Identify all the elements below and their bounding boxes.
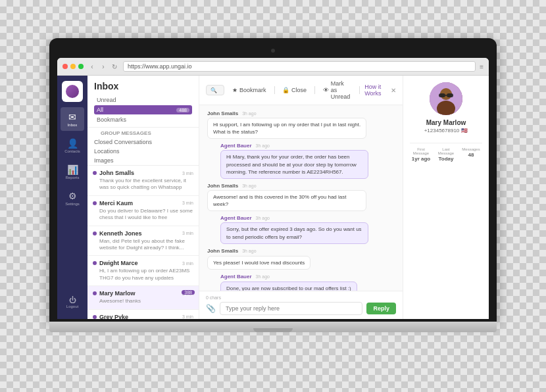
contact-divider bbox=[410, 143, 482, 143]
url-text: https://www.app.ungai.io bbox=[128, 63, 192, 70]
svg-rect-4 bbox=[447, 93, 453, 97]
sidebar-item-contacts[interactable]: 👤 Contacts bbox=[61, 134, 84, 157]
forward-button[interactable]: › bbox=[99, 62, 108, 71]
sidebar-label-settings: Settings bbox=[65, 202, 80, 206]
reports-icon: 📊 bbox=[67, 164, 78, 175]
inbox-filters: Unread All 488 Bookmarks bbox=[94, 95, 192, 124]
close-button[interactable]: 🔒 Close bbox=[280, 86, 309, 95]
sub-item-closed[interactable]: Closed Conversations bbox=[94, 137, 192, 147]
stat-last-message: LastMessage Today bbox=[435, 147, 457, 162]
chat-messages: John Smalls 3h ago Hi support, I am foll… bbox=[199, 105, 403, 291]
contact-panel: Mary Marlow +12345678910 🇺🇸 FirstMessage… bbox=[403, 76, 489, 319]
stat-first-value: 1yr ago bbox=[412, 156, 430, 162]
sidebar-label-inbox: Inbox bbox=[68, 123, 78, 127]
settings-icon: ⚙ bbox=[68, 191, 77, 201]
filter-bookmarks-label: Bookmarks bbox=[97, 116, 126, 123]
stat-messages-label: Messages bbox=[462, 147, 480, 151]
close-label: Close bbox=[291, 87, 307, 93]
stat-first-message: FirstMessage 1yr ago bbox=[410, 147, 432, 162]
conversation-item[interactable]: Kenneth Jones 3 min Man, did Pete tell y… bbox=[87, 226, 199, 257]
logout-label: Logout bbox=[66, 305, 78, 308]
conversation-item[interactable]: John Smalls 3 min Thank you for the exce… bbox=[87, 166, 199, 196]
phone-number: +12345678910 bbox=[424, 128, 460, 134]
inbox-sub-items: Group Messages Closed Conversations Loca… bbox=[87, 128, 199, 165]
chat-input-row: 📎 Reply bbox=[206, 302, 396, 315]
stat-last-value: Today bbox=[439, 156, 454, 162]
svg-rect-3 bbox=[439, 93, 445, 97]
message-row: Agent Bauer 3h ago Sorry, but the offer … bbox=[207, 215, 395, 243]
toolbar-sep-1 bbox=[274, 86, 275, 94]
chat-panel: 🔍 ★ Bookmark 🔒 Close bbox=[199, 76, 403, 319]
minimize-traffic-light[interactable] bbox=[70, 64, 76, 69]
conversation-item[interactable]: Merci Kaum 3 min Do you deliver to Delaw… bbox=[87, 196, 199, 226]
back-button[interactable]: ‹ bbox=[87, 62, 97, 71]
conversation-list: John Smalls 3 min Thank you for the exce… bbox=[87, 165, 199, 319]
mark-unread-button[interactable]: 👁 Mark as Unread bbox=[320, 79, 354, 101]
logout-button[interactable]: ⏻ Logout bbox=[61, 290, 84, 314]
filter-unread-label: Unread bbox=[97, 97, 116, 103]
inbox-section-label: Group Messages bbox=[94, 128, 192, 137]
browser-nav: ‹ › ↻ bbox=[87, 62, 119, 71]
avatar-image bbox=[430, 82, 462, 115]
sub-item-images[interactable]: Images bbox=[94, 156, 192, 165]
attachment-icon[interactable]: 📎 bbox=[206, 304, 216, 313]
contact-stats: FirstMessage 1yr ago LastMessage Today M… bbox=[410, 147, 482, 162]
sidebar: ✉ Inbox 👤 Contacts 📊 Reports ⚙ Settings bbox=[57, 76, 87, 319]
refresh-button[interactable]: ↻ bbox=[110, 62, 119, 71]
how-it-works-button[interactable]: How it Works bbox=[364, 84, 384, 97]
conversation-item[interactable]: Dwight Marce 3 min Hi, I am following up… bbox=[87, 256, 199, 286]
filter-unread[interactable]: Unread bbox=[94, 95, 192, 105]
message-row: John Smalls 3h ago Awesome! and is this … bbox=[207, 183, 395, 211]
sidebar-label-reports: Reports bbox=[65, 176, 79, 180]
chat-input[interactable] bbox=[220, 302, 362, 315]
sidebar-item-inbox[interactable]: ✉ Inbox bbox=[61, 107, 84, 131]
filter-all-badge: 488 bbox=[176, 108, 189, 112]
reply-button[interactable]: Reply bbox=[366, 303, 396, 314]
bookmark-label: Bookmark bbox=[239, 87, 266, 93]
search-icon: 🔍 bbox=[211, 87, 217, 93]
message-row: Agent Bauer 3h ago Done, you are now sub… bbox=[207, 274, 395, 291]
laptop-base bbox=[49, 322, 497, 332]
contacts-icon: 👤 bbox=[67, 138, 78, 149]
contact-name: Mary Marlow bbox=[426, 119, 466, 126]
message-row: John Smalls 3h ago Yes please! I would l… bbox=[207, 248, 395, 270]
chars-info: 0 chars bbox=[206, 295, 396, 300]
maximize-traffic-light[interactable] bbox=[78, 64, 84, 69]
filter-bookmarks[interactable]: Bookmarks bbox=[94, 115, 192, 124]
toolbar-sep-3 bbox=[359, 86, 360, 94]
address-bar[interactable]: https://www.app.ungai.io bbox=[123, 61, 476, 72]
search-box[interactable]: 🔍 bbox=[206, 85, 224, 95]
browser-chrome: ‹ › ↻ https://www.app.ungai.io ≡ bbox=[57, 58, 489, 319]
inbox-title: Inbox bbox=[94, 81, 192, 91]
chat-input-area: 0 chars 📎 Reply bbox=[199, 291, 403, 319]
sidebar-item-reports[interactable]: 📊 Reports bbox=[61, 160, 84, 184]
lock-icon: 🔒 bbox=[282, 87, 289, 93]
conversation-item[interactable]: Grey Pyke 3 min No, the shirt was the wr… bbox=[87, 310, 199, 319]
inbox-icon: ✉ bbox=[68, 112, 76, 122]
stat-messages-value: 48 bbox=[468, 152, 474, 158]
sidebar-item-settings[interactable]: ⚙ Settings bbox=[61, 186, 84, 210]
stat-last-label: LastMessage bbox=[438, 147, 454, 155]
close-traffic-light[interactable] bbox=[62, 64, 68, 69]
bookmark-button[interactable]: ★ Bookmark bbox=[230, 86, 269, 95]
inbox-panel: Inbox Unread All 488 Bookmarks bbox=[87, 76, 199, 319]
sidebar-logo bbox=[62, 81, 83, 102]
toolbar-sep-2 bbox=[314, 86, 315, 94]
logout-icon: ⏻ bbox=[69, 296, 76, 304]
laptop-container: ‹ › ↻ https://www.app.ungai.io ≡ bbox=[49, 38, 497, 354]
inbox-header: Inbox Unread All 488 Bookmarks bbox=[87, 76, 199, 128]
filter-all[interactable]: All 488 bbox=[94, 105, 192, 114]
toolbar-actions: ★ Bookmark 🔒 Close 👁 Mark as bbox=[230, 79, 396, 101]
mark-unread-label: Mark as Unread bbox=[331, 80, 351, 100]
message-row: John Smalls 3h ago Hi support, I am foll… bbox=[207, 110, 395, 139]
laptop-screen: ‹ › ↻ https://www.app.ungai.io ≡ bbox=[49, 38, 497, 322]
chat-close-button[interactable]: ✕ bbox=[391, 87, 396, 94]
filter-all-label: All bbox=[97, 107, 103, 113]
traffic-lights bbox=[62, 64, 84, 69]
sub-item-locations[interactable]: Locations bbox=[94, 147, 192, 156]
logo-shape bbox=[66, 85, 79, 98]
bookmark-icon: ★ bbox=[232, 87, 237, 93]
conversation-item[interactable]: Mary Marlow 3 min Awesome! thanks 388 bbox=[87, 286, 199, 309]
browser-menu-icon[interactable]: ≡ bbox=[480, 63, 484, 70]
flag-icon: 🇺🇸 bbox=[461, 128, 468, 134]
